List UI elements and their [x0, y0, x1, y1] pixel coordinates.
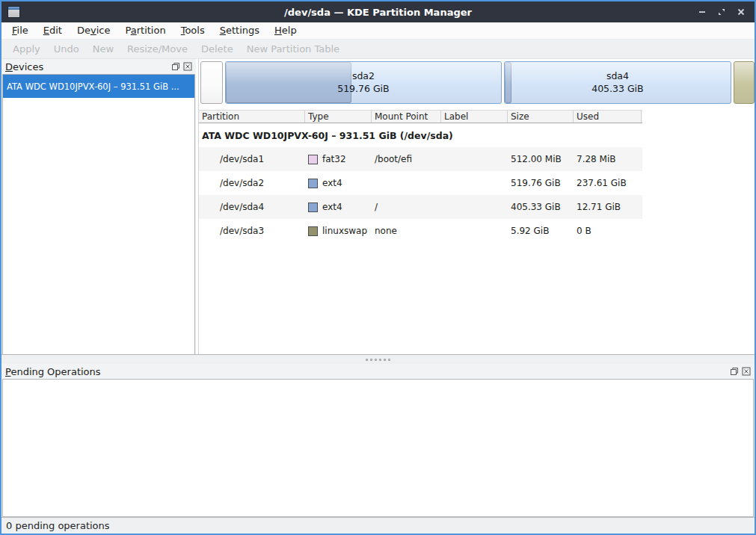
partition-size: 5.92 GiB	[508, 226, 574, 236]
statusbar: 0 pending operations	[1, 517, 755, 534]
devices-panel-header: Devices	[1, 59, 196, 74]
partition-name: /dev/sda3	[199, 226, 305, 236]
partition-used: 7.28 MiB	[574, 154, 642, 164]
partition-name: /dev/sda1	[199, 154, 305, 164]
maximize-button[interactable]	[716, 6, 728, 18]
column-header-partition[interactable]: Partition	[199, 111, 305, 123]
table-row-sda1[interactable]: /dev/sda1 fat32 /boot/efi 512.00 MiB 7.2…	[199, 147, 642, 171]
mount-point: none	[372, 226, 441, 236]
menu-help[interactable]: Help	[267, 22, 304, 39]
column-header-size[interactable]: Size	[508, 111, 574, 123]
minimize-button[interactable]	[696, 6, 708, 18]
dock-close-icon	[183, 62, 192, 71]
pending-float-button[interactable]	[729, 367, 739, 377]
partition-type: fat32	[305, 154, 372, 164]
device-summary-row[interactable]: ATA WDC WD10JPVX-60J – 931.51 GiB (/dev/…	[199, 123, 642, 147]
partition-type: ext4	[305, 202, 372, 212]
devices-panel-title: Devices	[5, 61, 43, 72]
window-title: /dev/sda — KDE Partition Manager	[1, 7, 755, 18]
column-header-used[interactable]: Used	[574, 111, 642, 123]
pending-operations-title: Pending Operations	[5, 366, 101, 377]
app-window: /dev/sda — KDE Partition Manager File Ed…	[0, 0, 756, 535]
sda4-label: sda4 405.33 GiB	[591, 70, 643, 96]
float-icon	[730, 367, 739, 376]
resize-move-button[interactable]: Resize/Move	[120, 43, 194, 55]
menu-file[interactable]: File	[4, 22, 36, 39]
apply-button[interactable]: Apply	[6, 43, 47, 55]
table-row-sda3[interactable]: /dev/sda3 linuxswap none 5.92 GiB 0 B	[199, 219, 642, 243]
partition-bar-segment-sda4[interactable]: sda4 405.33 GiB	[504, 61, 731, 104]
partition-bar-segment-sda3[interactable]	[734, 61, 755, 104]
table-row-sda4[interactable]: /dev/sda4 ext4 / 405.33 GiB 12.71 GiB	[199, 195, 642, 219]
sda4-used-overlay	[505, 62, 511, 103]
menu-tools[interactable]: Tools	[173, 22, 212, 39]
main-area: Devices ATA WDC WD10JPVX-60J – 931.51	[1, 59, 755, 354]
close-button[interactable]	[735, 6, 747, 18]
undo-button[interactable]: Undo	[47, 43, 86, 55]
column-header-label[interactable]: Label	[441, 111, 508, 123]
menubar: File Edit Device Partition Tools Setting…	[1, 22, 755, 40]
partition-bar: sda2 519.76 GiB sda4 405.33 GiB	[199, 59, 755, 110]
pending-operations-count: 0 pending operations	[6, 520, 110, 531]
fat32-color-swatch	[308, 155, 318, 164]
ext4-color-swatch	[308, 202, 318, 212]
new-partition-table-button[interactable]: New Partition Table	[240, 43, 346, 55]
delete-button[interactable]: Delete	[194, 43, 240, 55]
ext4-color-swatch	[308, 179, 318, 188]
device-detail-pane: sda2 519.76 GiB sda4 405.33 GiB Partitio…	[198, 59, 755, 354]
float-icon	[171, 62, 180, 71]
partition-type: linuxswap	[305, 226, 372, 236]
devices-panel: Devices ATA WDC WD10JPVX-60J – 931.51	[1, 59, 196, 354]
device-list-item[interactable]: ATA WDC WD10JPVX-60J – 931.51 GiB ...	[3, 75, 194, 98]
pending-operations-header: Pending Operations	[1, 364, 755, 379]
new-button[interactable]: New	[86, 43, 120, 55]
partition-type: ext4	[305, 178, 372, 188]
partition-name: /dev/sda2	[199, 178, 305, 188]
menu-device[interactable]: Device	[70, 22, 117, 39]
partition-used: 0 B	[574, 226, 642, 236]
maximize-icon	[717, 7, 726, 16]
minimize-icon	[698, 7, 707, 16]
partition-size: 519.76 GiB	[508, 178, 574, 188]
linuxswap-color-swatch	[308, 226, 318, 236]
sda2-label: sda2 519.76 GiB	[337, 70, 389, 96]
partition-name: /dev/sda4	[199, 202, 305, 212]
close-icon	[737, 7, 746, 16]
horizontal-splitter[interactable]	[1, 354, 755, 364]
pending-operations-panel: Pending Operations	[1, 364, 755, 517]
column-header-type[interactable]: Type	[305, 111, 372, 123]
window-controls	[696, 6, 755, 18]
pending-close-button[interactable]	[741, 367, 751, 377]
window-icon[interactable]	[7, 6, 20, 18]
partition-bar-segment-sda2[interactable]: sda2 519.76 GiB	[225, 61, 502, 104]
dock-close-icon	[742, 367, 751, 376]
partition-used: 237.61 GiB	[574, 178, 642, 188]
partition-table-header: Partition Type Mount Point Label Size Us…	[199, 110, 642, 123]
devices-float-button[interactable]	[170, 62, 180, 72]
partition-table: Partition Type Mount Point Label Size Us…	[199, 110, 755, 243]
pending-operations-list	[2, 379, 754, 517]
partition-used: 12.71 GiB	[574, 202, 642, 212]
toolbar: Apply Undo New Resize/Move Delete New Pa…	[1, 40, 755, 59]
column-header-mount-point[interactable]: Mount Point	[372, 111, 441, 123]
mount-point: /	[372, 202, 441, 212]
menu-partition[interactable]: Partition	[117, 22, 173, 39]
mount-point: /boot/efi	[372, 154, 441, 164]
sda2-used-overlay	[226, 62, 351, 103]
partition-bar-segment-sda1[interactable]	[200, 61, 223, 104]
partition-size: 512.00 MiB	[508, 154, 574, 164]
titlebar[interactable]: /dev/sda — KDE Partition Manager	[1, 1, 755, 22]
menu-edit[interactable]: Edit	[36, 22, 70, 39]
table-row-sda2[interactable]: /dev/sda2 ext4 519.76 GiB 237.61 GiB	[199, 171, 642, 195]
partition-size: 405.33 GiB	[508, 202, 574, 212]
device-list: ATA WDC WD10JPVX-60J – 931.51 GiB ...	[2, 74, 195, 354]
menu-settings[interactable]: Settings	[212, 22, 267, 39]
devices-close-button[interactable]	[182, 62, 192, 72]
